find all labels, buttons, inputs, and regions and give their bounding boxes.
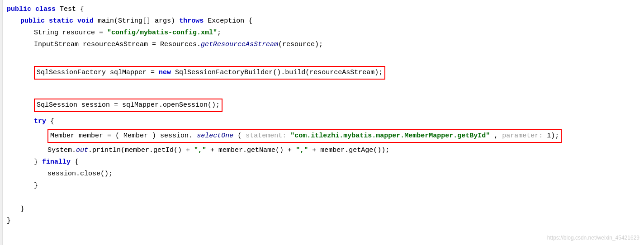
kw-throws: throws — [179, 16, 204, 27]
code-line-7: try { — [7, 116, 644, 127]
code-line-5-container: SqlSessionFactory sqlMapper = new SqlSes… — [7, 65, 644, 80]
code-container: public class Test { public static void m… — [0, 0, 644, 245]
code-line-2: public static void main( String [] args)… — [7, 15, 644, 27]
code-line-8-container: Member member = ( Member ) session. sele… — [7, 128, 644, 144]
red-box-3: Member member = ( Member ) session. sele… — [47, 129, 562, 143]
code-line-9: System. out .println(member.getId() + ",… — [7, 145, 644, 156]
class-name: Test { — [56, 4, 84, 15]
code-line-6-container: SqlSession session = sqlMapper.openSessi… — [7, 98, 644, 113]
code-line-12: } — [7, 180, 644, 192]
kw-public: public — [20, 16, 45, 27]
code-line-4: InputStream resourceAsStream = Resources… — [7, 39, 644, 51]
red-box-2: SqlSession session = sqlMapper.openSessi… — [34, 99, 223, 112]
string-resource-value: "config/mybatis-config.xml" — [107, 28, 217, 38]
keyword-class: class — [35, 4, 56, 15]
code-line-empty1 — [7, 51, 644, 62]
code-line-11: session.close(); — [7, 168, 644, 180]
code-line-1: public class Test { — [7, 4, 644, 15]
kw-void: void — [77, 16, 94, 27]
left-bar — [0, 0, 3, 245]
keyword-public: public — [7, 4, 31, 15]
code-line-3: String resource = "config/mybatis-config… — [7, 27, 644, 39]
code-line-empty3 — [7, 192, 644, 203]
code-line-10: } finally { — [7, 156, 644, 168]
code-line-empty2 — [7, 83, 644, 95]
kw-finally: finally — [42, 157, 71, 168]
space — [31, 4, 35, 15]
code-line-13: } — [7, 203, 644, 215]
kw-static: static — [49, 16, 73, 27]
code-content: public class Test { public static void m… — [0, 4, 644, 227]
red-box-1: SqlSessionFactory sqlMapper = new SqlSes… — [34, 66, 385, 80]
code-line-14: } — [7, 215, 644, 227]
watermark: https://blog.csdn.net/weixin_45421629 — [547, 234, 639, 242]
